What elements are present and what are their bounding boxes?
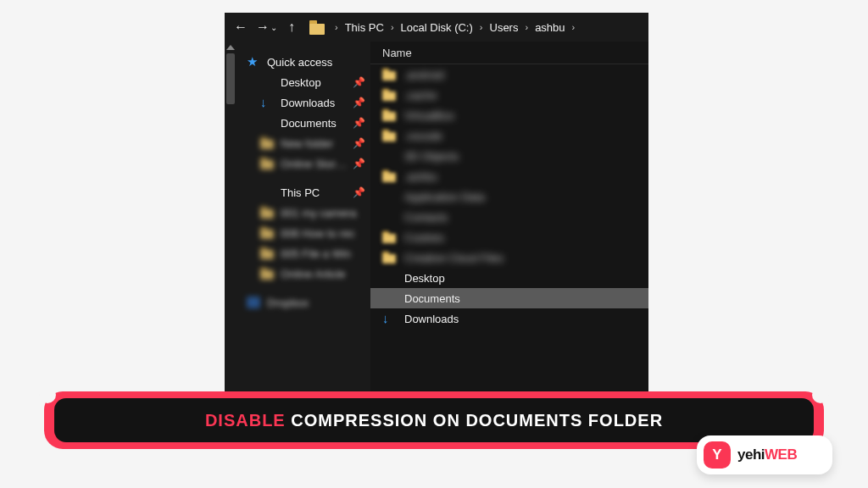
list-item-documents[interactable]: Documents [370,288,648,308]
sidebar-item-quick-access[interactable]: ★ Quick access [236,52,370,72]
sidebar-item-this-pc[interactable]: This PC 📌 [236,182,370,202]
sidebar-item-label: 005 File a Win [281,247,370,260]
list-item[interactable]: Contacts [370,207,648,227]
sidebar-item-blurred[interactable]: Dropbox [236,292,370,313]
chevron-right-icon: › [567,22,581,32]
document-icon [382,292,396,304]
list-item[interactable]: .cache [370,85,648,105]
caption-highlight: Disable [205,411,286,430]
download-icon: ↓ [382,313,396,324]
file-name: Downloads [404,313,459,325]
sidebar-item-label: This PC [281,186,353,199]
pin-icon: 📌 [353,76,365,88]
sidebar-item-label: Quick access [267,56,370,69]
folder-icon [260,247,274,259]
pin-icon: 📌 [353,137,365,149]
file-name: Contacts [404,211,448,224]
sidebar-item-documents[interactable]: Documents 📌 [236,113,370,133]
list-item[interactable]: 3D Objects [370,146,648,166]
sidebar-item-blurred[interactable]: 006 How to rec [236,223,370,243]
breadcrumb-item[interactable]: This PC [343,21,386,34]
folder-icon [382,89,396,101]
breadcrumb-item[interactable]: Users [488,21,520,34]
caption-rest: compression on documents folder [286,411,663,430]
breadcrumb-item[interactable]: Local Disk (C:) [399,21,475,34]
file-name: .cache [404,89,437,102]
list-item-downloads[interactable]: ↓Downloads [370,308,648,329]
folder-icon [309,19,325,35]
list-item[interactable]: .vscode [370,125,648,146]
list-item-desktop[interactable]: Desktop [370,268,648,288]
sidebar-item-label: 006 How to rec [281,227,370,240]
nav-forward-button[interactable]: → [252,16,274,38]
pin-icon: 📌 [353,117,365,129]
file-explorer-window: ← → ⌄ ↑ › This PC › Local Disk (C:) › Us… [225,13,648,394]
sidebar-item-downloads[interactable]: ↓ Downloads 📌 [236,92,370,113]
cloud-icon [247,297,260,308]
folder-icon [382,170,396,182]
folder-icon [260,137,274,149]
sidebar-scrollbar[interactable] [225,42,236,394]
caption-text: Disable compression on documents folder [205,411,663,430]
brand-logo-icon: Y [704,441,731,469]
list-item[interactable]: .ashbu [370,166,648,186]
sidebar-item-blurred[interactable]: Online Stored F 📌 [236,153,370,174]
list-item[interactable]: Application Data [370,186,648,207]
sidebar-item-blurred[interactable]: New folder 📌 [236,133,370,153]
file-name: VirtualBox [404,109,454,122]
brand-badge: Y yehiWEB [697,435,832,474]
file-name: Creative Cloud Files [404,252,504,264]
folder-icon [382,211,396,223]
sidebar-item-label: Desktop [281,76,353,89]
pin-icon: 📌 [353,97,365,108]
file-name: Application Data [404,191,485,203]
scrollbar-thumb[interactable] [226,53,235,104]
brand-name: yehiWEB [737,446,797,463]
nav-back-button[interactable]: ← [230,16,252,38]
file-name: .android [404,69,444,81]
folder-icon [382,109,396,121]
sidebar-item-label: Downloads [281,97,353,109]
file-name: Cookies [404,231,444,244]
sidebar-item-label: Dropbox [267,297,370,309]
sidebar-item-label: 001 my camera [281,207,370,219]
list-item[interactable]: VirtualBox [370,105,648,125]
list-item[interactable]: Cookies [370,227,648,247]
sidebar-item-blurred[interactable]: 001 my camera [236,202,370,223]
folder-icon [382,231,396,243]
download-icon: ↓ [260,97,274,108]
folder-icon [382,191,396,202]
desktop-icon [382,272,396,284]
folder-icon [382,130,396,141]
file-name: .vscode [404,130,442,142]
list-item[interactable]: .android [370,64,648,85]
file-name: Desktop [404,272,445,285]
file-name: .ashbu [404,170,437,183]
star-icon: ★ [247,56,260,68]
column-header-name[interactable]: Name [370,42,648,64]
sidebar-item-label: Online Stored F [281,158,353,170]
file-name: Documents [404,292,460,305]
folder-icon [260,227,274,239]
breadcrumb-item[interactable]: ashbu [533,21,566,34]
sidebar-item-desktop[interactable]: Desktop 📌 [236,72,370,92]
folder-icon [260,268,274,280]
nav-up-button[interactable]: ↑ [281,16,303,38]
address-bar: ← → ⌄ ↑ › This PC › Local Disk (C:) › Us… [225,13,648,42]
scroll-up-icon[interactable] [226,45,235,50]
list-item[interactable]: Creative Cloud Files [370,247,648,268]
chevron-right-icon: › [520,22,533,32]
sidebar-item-blurred[interactable]: Online Article [236,263,370,284]
navigation-pane: ★ Quick access Desktop 📌 ↓ Downloads 📌 D… [236,42,370,394]
folder-icon [382,69,396,80]
sidebar-item-label: Online Article [281,268,370,280]
sidebar-item-label: New folder [281,137,353,150]
column-header-label: Name [382,47,412,59]
file-list: Name .android .cache VirtualBox .vscode … [370,42,648,394]
sidebar-item-blurred[interactable]: 005 File a Win [236,243,370,263]
folder-icon [260,158,274,169]
file-name: 3D Objects [404,150,459,163]
chevron-right-icon: › [475,22,488,32]
sidebar-item-label: Documents [281,117,353,130]
breadcrumb[interactable]: › This PC › Local Disk (C:) › Users › as… [309,19,580,35]
